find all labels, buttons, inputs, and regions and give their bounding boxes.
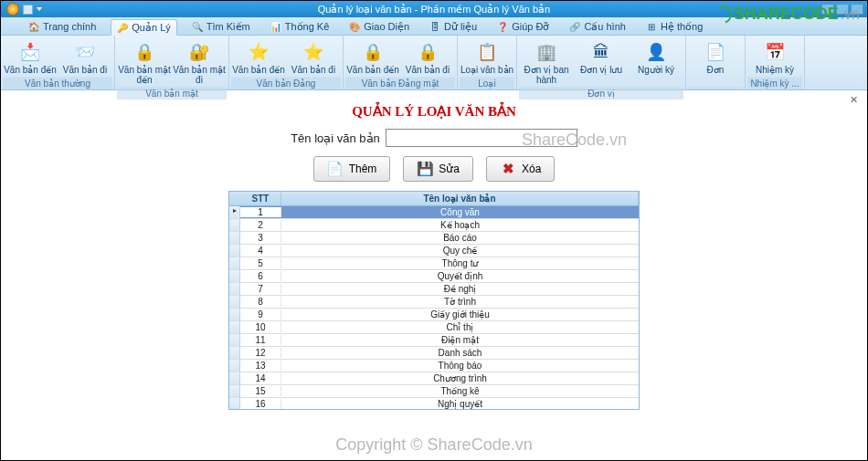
table-row[interactable]: 5 Thông tư — [229, 257, 639, 270]
ribbon-button[interactable]: 🔐Văn bản mật đi — [172, 39, 227, 87]
tab-icon: 🗄 — [429, 21, 440, 32]
table-row[interactable]: 9 Giấy giới thiệu — [229, 309, 639, 321]
menu-tab[interactable]: ❓Giúp Đỡ — [492, 18, 555, 35]
menu-tab[interactable]: 🔗Cấu hình — [564, 18, 631, 35]
ribbon-icon: ⭐ — [248, 41, 270, 63]
app-orb-icon[interactable] — [6, 3, 19, 16]
menu-tab[interactable]: 🔑Quản Lý — [111, 19, 176, 36]
menu-tab[interactable]: ⊞Hệ thống — [640, 18, 708, 35]
ribbon-icon: 🔒 — [417, 41, 439, 63]
table-row[interactable]: 6 Quyết định — [229, 270, 639, 283]
add-button[interactable]: 📄 Thêm — [313, 156, 391, 182]
row-marker — [229, 232, 240, 244]
cell-name: Chương trình — [281, 373, 639, 383]
row-marker — [229, 321, 240, 333]
ribbon-button[interactable]: 🔒Văn bản đi — [400, 39, 455, 77]
ribbon-button-label: Văn bản mật đi — [172, 65, 227, 85]
window-title: Quản lý loại văn bản - Phần mềm Quản lý … — [318, 4, 550, 16]
cell-stt: 6 — [240, 271, 281, 281]
table-row[interactable]: 3 Báo cáo — [229, 232, 639, 245]
ribbon-button-label: Văn bản đến — [232, 65, 285, 75]
table-row[interactable]: 8 Tờ trình — [229, 296, 639, 309]
action-buttons: 📄 Thêm 💾 Sửa ✖ Xóa — [1, 156, 867, 182]
ribbon-group: ⭐Văn bản đến⭐Văn bản điVăn bản Đảng — [229, 36, 344, 89]
cell-stt: 16 — [240, 399, 281, 409]
table-row[interactable]: 4 Quy chế — [229, 245, 639, 257]
ribbon-button[interactable]: ⭐Văn bản đến — [231, 39, 286, 77]
ribbon-button-label: Đơn vị lưu — [580, 65, 622, 75]
ribbon-button-label: Nhiệm kỳ — [756, 65, 794, 75]
menu-tab[interactable]: 📊Thống Kê — [265, 18, 335, 35]
tab-icon: 🔍 — [192, 21, 203, 32]
col-header-stt[interactable]: STT — [240, 192, 281, 205]
table-row[interactable]: 15 Thống kê — [229, 385, 639, 398]
menu-tab[interactable]: 🏠Trang chính — [23, 18, 101, 35]
table-row[interactable]: 10 Chỉ thị — [229, 321, 639, 334]
table-row[interactable]: 16 Nghị quyết — [229, 398, 639, 409]
table-row[interactable]: 12 Danh sách — [229, 347, 639, 360]
watermark-logo: SHARECODE.vn — [714, 5, 860, 24]
row-marker — [229, 283, 240, 295]
ribbon-button[interactable]: 📨Văn bản đi — [58, 39, 112, 77]
ribbon-button[interactable]: 🏛Đơn vị lưu — [574, 39, 629, 87]
cell-stt: 7 — [240, 284, 281, 294]
grid-body[interactable]: ▸ 1 Công văn 2 Kế hoạch 3 Báo cáo 4 Quy … — [229, 206, 639, 409]
cell-name: Giấy giới thiệu — [281, 309, 639, 320]
table-row[interactable]: 11 Điện mật — [229, 334, 639, 347]
cell-name: Nghị quyết — [281, 399, 639, 409]
ribbon-button[interactable]: 🔒Văn bản đến — [345, 39, 400, 77]
data-grid[interactable]: STT Tên loại văn bản ▸ 1 Công văn 2 Kế h… — [228, 191, 640, 410]
ribbon-icon: 🔒 — [362, 41, 384, 63]
ribbon-icon: 📅 — [764, 41, 786, 63]
cell-stt: 11 — [240, 335, 281, 345]
ribbon-button[interactable]: ⭐Văn bản đi — [286, 39, 341, 77]
ribbon-icon: 🔒 — [133, 41, 155, 63]
ribbon-button[interactable]: 🏢Đơn vị ban hành — [519, 39, 574, 87]
ribbon-button-label: Đơn vị ban hành — [519, 65, 574, 85]
menu-tab[interactable]: 🔍Tìm Kiếm — [186, 18, 256, 35]
ribbon-group: 🔒Văn bản đến🔒Văn bản điVăn bản Đảng mật — [344, 36, 458, 89]
quick-access-toolbar — [6, 3, 42, 16]
delete-button[interactable]: ✖ Xóa — [486, 156, 555, 182]
table-row[interactable]: 14 Chương trình — [229, 372, 639, 385]
ribbon-button[interactable]: 📄Đơn — [688, 39, 743, 87]
table-row[interactable]: 13 Thông báo — [229, 360, 639, 372]
cell-name: Thông tư — [281, 258, 639, 268]
menu-tab[interactable]: 🎨Giao Diện — [344, 18, 415, 35]
row-marker — [229, 372, 240, 384]
qat-button[interactable] — [23, 5, 33, 15]
qat-dropdown-icon[interactable] — [37, 7, 42, 11]
ribbon-icon: 📩 — [19, 41, 41, 63]
row-marker — [229, 219, 240, 231]
tab-icon: 🔗 — [569, 21, 580, 32]
cell-name: Công văn — [281, 207, 639, 217]
ribbon-button[interactable]: 📩Văn bản đến — [3, 39, 58, 77]
row-marker — [229, 296, 240, 308]
cell-stt: 4 — [240, 246, 281, 256]
row-marker — [229, 309, 240, 320]
col-header-name[interactable]: Tên loại văn bản — [281, 192, 639, 205]
tab-label: Hệ thống — [661, 21, 703, 33]
ribbon-button[interactable]: 🔒Văn bản mật đến — [117, 39, 172, 87]
tab-label: Tìm Kiếm — [206, 21, 250, 33]
close-tab-icon[interactable]: ✕ — [850, 94, 858, 106]
cell-stt: 9 — [240, 309, 281, 320]
ribbon-button[interactable]: 📅Nhiệm kỳ — [747, 39, 802, 77]
menu-tab[interactable]: 🗄Dữ liệu — [424, 18, 482, 35]
table-row[interactable]: 7 Đề nghị — [229, 283, 639, 296]
cell-name: Điện mật — [281, 335, 639, 345]
grid-header: STT Tên loại văn bản — [229, 192, 639, 206]
ribbon-button[interactable]: 📋Loại văn bản — [460, 39, 514, 77]
ribbon-button-label: Văn bản mật đến — [117, 65, 172, 85]
edit-button[interactable]: 💾 Sửa — [403, 156, 473, 182]
page-heading: QUẢN LÝ LOẠI VĂN BẢN — [1, 103, 867, 120]
cell-stt: 3 — [240, 233, 281, 243]
cell-name: Thông báo — [281, 361, 639, 371]
add-icon: 📄 — [327, 161, 344, 177]
table-row[interactable]: 2 Kế hoạch — [229, 219, 639, 232]
table-row[interactable]: ▸ 1 Công văn — [229, 206, 639, 219]
cell-stt: 2 — [240, 220, 281, 230]
ribbon-button[interactable]: 👤Người ký — [629, 39, 683, 87]
ribbon-group: 📩Văn bản đến📨Văn bản điVăn bản thường — [1, 36, 115, 89]
row-marker — [229, 360, 240, 372]
